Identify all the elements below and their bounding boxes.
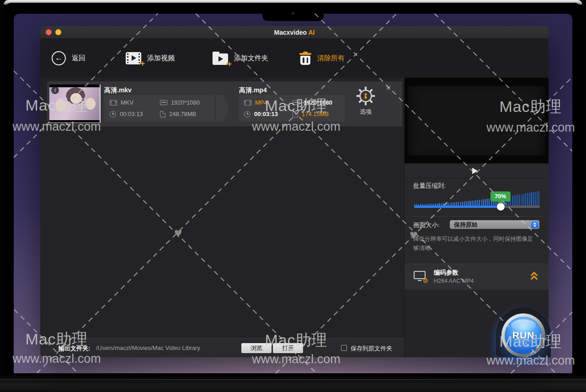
output-folder-label: 输出文件夹: bbox=[59, 344, 90, 353]
toolbar: ← 返回 + 添加视频 + 添加文件夹 清除所有 bbox=[40, 39, 549, 78]
trash-icon bbox=[299, 52, 311, 65]
window-title: Macxvideo AI bbox=[40, 26, 549, 39]
add-folder-icon: + bbox=[213, 53, 228, 65]
preview-controls bbox=[405, 163, 549, 178]
add-folder-label: 添加文件夹 bbox=[234, 54, 268, 63]
slider-fill bbox=[414, 206, 501, 208]
add-video-icon: + bbox=[126, 52, 141, 64]
add-folder-button[interactable]: + 添加文件夹 bbox=[213, 39, 268, 78]
run-button-face: RUN bbox=[505, 317, 542, 354]
close-window-button[interactable] bbox=[46, 29, 52, 35]
back-label: 返回 bbox=[72, 54, 85, 63]
encoding-icon: ⚙ bbox=[414, 270, 427, 282]
source-format: MKV bbox=[110, 99, 133, 106]
video-row[interactable]: i 高清.mkv MKV 1920*1080 bbox=[47, 81, 402, 127]
encoding-section[interactable]: ⚙ 编码参数 H264 AAC MP4 bbox=[405, 264, 549, 290]
titlebar[interactable]: Macxvideo AI bbox=[40, 26, 549, 39]
output-info-box: MP4 1920*1080 00:03:13 174.15MB bbox=[239, 95, 345, 122]
output-folder-path: /Users/maczl/Movies/Mac Video Library bbox=[96, 344, 200, 351]
source-size: 248.78MB bbox=[160, 111, 196, 117]
video-list: i 高清.mkv MKV 1920*1080 bbox=[40, 78, 404, 357]
macbook-mockup: Macxvideo AI ← 返回 + 添加视频 + 添加文件夹 清除所有 bbox=[0, 0, 586, 392]
clock-icon bbox=[110, 111, 116, 117]
encoding-value: H264 AAC MP4 bbox=[434, 278, 474, 284]
compress-section: 批量压缩到: 70% 画面大小: 保持原始 bbox=[405, 178, 549, 231]
frame-size-dropdown[interactable]: 保持原始 bbox=[450, 220, 539, 229]
camera-icon bbox=[292, 12, 294, 15]
remove-item-button[interactable]: ✕ bbox=[385, 84, 391, 92]
collapse-chevrons-icon[interactable] bbox=[531, 272, 538, 282]
clear-all-button[interactable]: 清除所有 bbox=[299, 39, 345, 78]
compression-histogram bbox=[414, 191, 540, 206]
save-to-original-label: 保存到原文件夹 bbox=[351, 344, 392, 353]
video-preview-frame bbox=[408, 86, 545, 155]
format-icon bbox=[110, 100, 117, 106]
resolution-icon bbox=[293, 100, 300, 105]
source-info-box: MKV 1920*1080 00:03:13 248.78MB bbox=[104, 95, 215, 122]
minimize-window-button[interactable] bbox=[55, 29, 61, 35]
output-size: 174.15MB bbox=[293, 111, 329, 117]
video-thumbnail[interactable]: i bbox=[49, 85, 101, 123]
frame-size-value: 保持原始 bbox=[454, 220, 478, 229]
save-to-original-checkbox[interactable] bbox=[341, 345, 347, 351]
format-icon bbox=[244, 100, 251, 106]
main-area: i 高清.mkv MKV 1920*1080 bbox=[40, 78, 549, 357]
window-title-main: Macxvideo bbox=[274, 29, 307, 36]
back-button[interactable]: ← 返回 bbox=[52, 39, 85, 78]
macbook-notch bbox=[262, 14, 324, 21]
open-button[interactable]: 打开 bbox=[273, 343, 303, 353]
output-resolution: 1920*1080 bbox=[293, 99, 332, 106]
gear-icon bbox=[356, 86, 376, 106]
app-window: Macxvideo AI ← 返回 + 添加视频 + 添加文件夹 清除所有 bbox=[40, 26, 549, 357]
file-icon bbox=[160, 111, 165, 117]
output-format: MP4 bbox=[244, 99, 267, 106]
play-icon[interactable] bbox=[472, 168, 478, 174]
slider-knob[interactable] bbox=[497, 203, 505, 211]
compression-slider[interactable] bbox=[414, 206, 540, 208]
dropdown-stepper-icon[interactable] bbox=[531, 221, 538, 228]
resolution-icon bbox=[160, 100, 167, 105]
video-preview[interactable] bbox=[405, 78, 549, 163]
divider bbox=[410, 216, 543, 217]
macbook-deck bbox=[0, 376, 586, 392]
window-title-accent: AI bbox=[308, 29, 314, 36]
source-filename: 高清.mkv bbox=[104, 86, 132, 95]
add-video-label: 添加视频 bbox=[147, 54, 175, 63]
back-icon: ← bbox=[52, 51, 66, 65]
browse-button[interactable]: 浏览 bbox=[241, 343, 272, 353]
encoding-title: 编码参数 bbox=[434, 269, 458, 277]
macbook-deck-edge bbox=[0, 379, 586, 380]
clear-all-label: 清除所有 bbox=[317, 54, 345, 63]
info-icon[interactable]: i bbox=[51, 86, 59, 94]
compress-label: 批量压缩到: bbox=[413, 182, 446, 190]
run-button[interactable]: RUN bbox=[501, 313, 545, 357]
file-icon bbox=[293, 111, 298, 117]
bottom-bar: 输出文件夹: /Users/maczl/Movies/Mac Video Lib… bbox=[40, 338, 404, 357]
output-duration: 00:03:13 bbox=[244, 111, 278, 117]
convert-arrow-icon bbox=[216, 95, 229, 122]
clock-icon bbox=[244, 111, 250, 117]
slider-value-tooltip: 70% bbox=[490, 191, 511, 201]
options-label: 选项 bbox=[350, 108, 382, 116]
source-duration: 00:03:13 bbox=[110, 111, 143, 117]
output-filename: 高清.mp4 bbox=[239, 86, 267, 95]
add-video-button[interactable]: + 添加视频 bbox=[126, 39, 175, 78]
run-label: RUN bbox=[512, 330, 535, 341]
frame-size-label: 画面大小: bbox=[413, 221, 440, 229]
options-button[interactable]: 选项 bbox=[350, 86, 382, 123]
resolution-hint: 降低分辨率可以减小文件大小，同时保持图像足够清晰 bbox=[413, 234, 538, 253]
gear-small-icon: ⚙ bbox=[422, 277, 428, 284]
source-resolution: 1920*1080 bbox=[160, 99, 200, 106]
